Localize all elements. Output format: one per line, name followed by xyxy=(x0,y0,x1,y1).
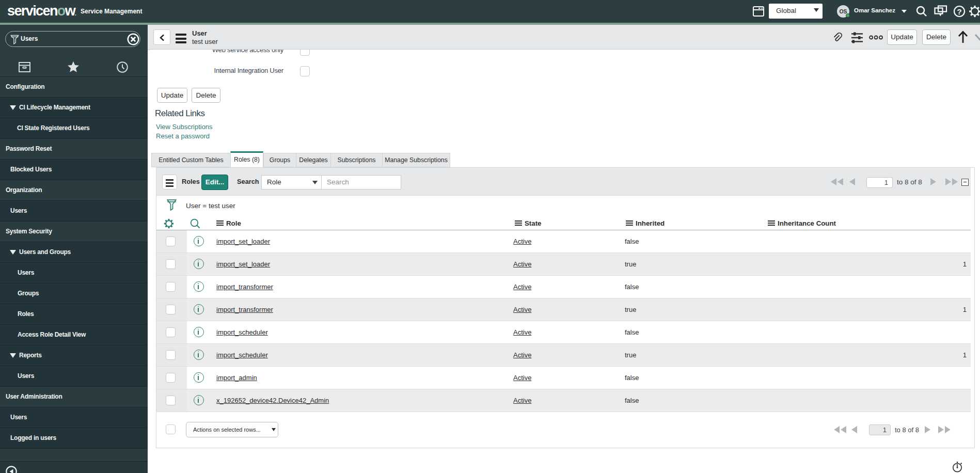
svg-text:?: ? xyxy=(957,7,961,16)
